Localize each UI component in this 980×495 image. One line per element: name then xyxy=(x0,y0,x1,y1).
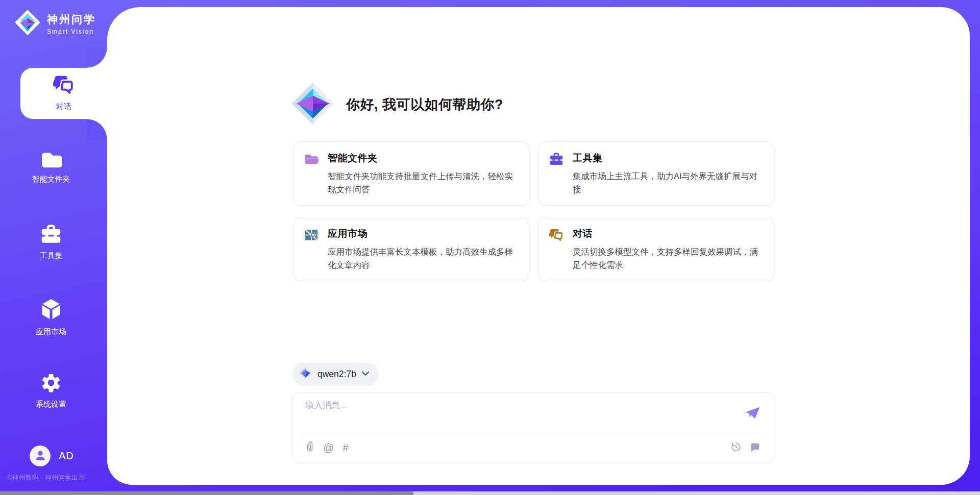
brand-diamond-icon xyxy=(299,366,312,382)
card-toolset[interactable]: 工具集 集成市场上主流工具，助力AI与外界无缝扩展与对接 xyxy=(538,141,773,206)
user-name: AD xyxy=(59,450,74,462)
toolbox-icon xyxy=(549,152,565,197)
model-selector[interactable]: qwen2:7b xyxy=(292,362,379,386)
greeting-diamond-icon xyxy=(291,82,335,128)
card-chat[interactable]: 对话 灵活切换多模型文件，支持多样回复效果调试，满足个性化需求 xyxy=(538,217,773,281)
hashtag-icon[interactable]: # xyxy=(342,442,349,453)
message-composer: @ # xyxy=(292,392,774,463)
composer-divider xyxy=(303,433,762,434)
card-description: 集成市场上主流工具，助力AI与外界无缝扩展与对接 xyxy=(573,169,766,196)
sidebar: 神州问学 Smart Vision 对话 智能文件夹 xyxy=(0,0,107,495)
sidebar-item-settings[interactable]: 系统设置 xyxy=(0,372,102,409)
greeting: 你好, 我可以如何帮助你? xyxy=(291,82,503,128)
card-app-market[interactable]: 应用市场 应用市场提供丰富长文本模板，助力高效生成多样化文章内容 xyxy=(293,217,528,281)
gear-icon xyxy=(40,372,62,395)
card-title: 工具集 xyxy=(573,152,766,165)
feature-cards: 智能文件夹 智能文件夹功能支持批量文件上传与清洗，轻松实现文件问答 工具集 集成… xyxy=(293,141,773,281)
brand-subtitle: Smart Vision xyxy=(47,28,96,35)
model-name: qwen2:7b xyxy=(317,369,356,380)
card-title: 应用市场 xyxy=(328,227,521,240)
sidebar-item-label: 对话 xyxy=(56,102,72,112)
sidebar-footer: ©神州数码 · 神州问学出品 xyxy=(7,474,85,482)
sidebar-item-label: 工具集 xyxy=(40,251,63,261)
folder-open-icon xyxy=(304,152,320,197)
mention-icon[interactable]: @ xyxy=(323,442,334,453)
chat-bubbles-icon xyxy=(53,75,75,98)
sidebar-item-toolset[interactable]: 工具集 xyxy=(0,225,102,261)
sidebar-item-label: 系统设置 xyxy=(36,400,66,409)
brand: 神州问学 Smart Vision xyxy=(14,9,96,38)
user-profile[interactable]: AD xyxy=(30,445,74,466)
brand-diamond-icon xyxy=(14,9,41,38)
horizontal-scrollbar[interactable] xyxy=(0,491,980,495)
chat-bubbles-icon xyxy=(549,227,565,273)
sidebar-item-smart-folder[interactable]: 智能文件夹 xyxy=(0,150,102,184)
toolbox-icon xyxy=(40,225,62,246)
message-input[interactable] xyxy=(305,400,734,428)
person-icon xyxy=(34,449,47,464)
app-grid-icon xyxy=(304,227,320,273)
card-description: 智能文件夹功能支持批量文件上传与清洗，轻松实现文件问答 xyxy=(328,169,521,196)
sidebar-item-chat[interactable]: 对话 xyxy=(20,68,107,119)
scrollbar-thumb[interactable] xyxy=(0,491,413,495)
attachment-icon[interactable] xyxy=(305,440,314,454)
sidebar-item-label: 应用市场 xyxy=(36,327,66,337)
card-description: 灵活切换多模型文件，支持多样回复效果调试，满足个性化需求 xyxy=(573,245,766,272)
greeting-title: 你好, 我可以如何帮助你? xyxy=(346,95,503,114)
sidebar-item-label: 智能文件夹 xyxy=(32,175,70,184)
card-smart-folder[interactable]: 智能文件夹 智能文件夹功能支持批量文件上传与清洗，轻松实现文件问答 xyxy=(293,141,528,206)
chevron-down-icon xyxy=(361,369,370,379)
avatar xyxy=(30,445,51,466)
card-title: 对话 xyxy=(573,227,766,240)
folder-icon xyxy=(40,150,62,170)
brand-name: 神州问学 xyxy=(47,12,96,27)
history-icon[interactable] xyxy=(730,441,742,453)
feedback-chat-icon[interactable] xyxy=(750,442,761,453)
card-title: 智能文件夹 xyxy=(328,152,521,165)
sidebar-item-app-market[interactable]: 应用市场 xyxy=(0,298,102,337)
cube-icon xyxy=(40,298,62,323)
send-icon[interactable] xyxy=(745,406,761,420)
card-description: 应用市场提供丰富长文本模板，助力高效生成多样化文章内容 xyxy=(328,245,521,272)
main-panel: 你好, 我可以如何帮助你? 智能文件夹 智能文件夹功能支持批量文件上传与清洗，轻… xyxy=(107,7,970,485)
